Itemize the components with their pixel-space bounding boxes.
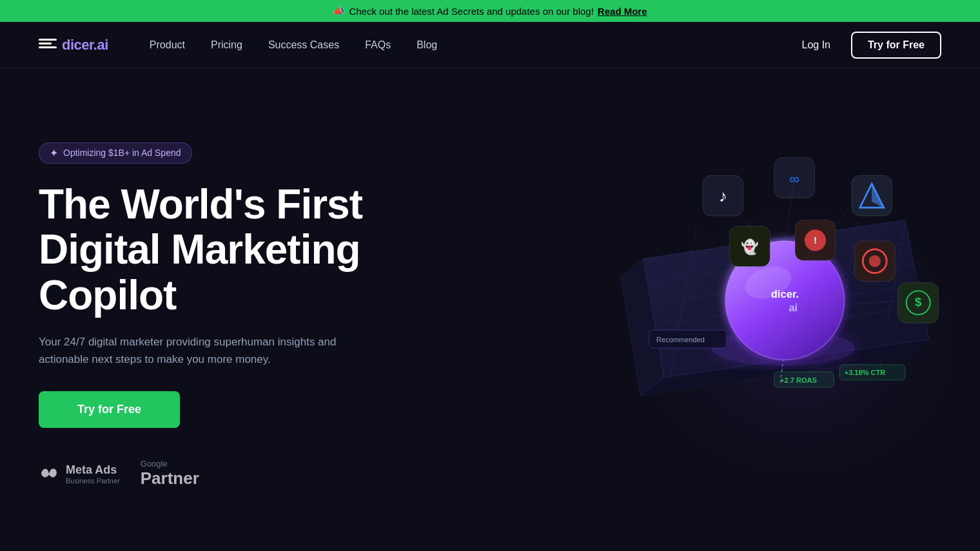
try-for-free-nav-button[interactable]: Try for Free	[851, 32, 941, 59]
hero-content: ✦ Optimizing $1B+ in Ad Spend The World'…	[39, 130, 413, 489]
svg-point-34	[863, 249, 887, 273]
svg-rect-23	[774, 157, 815, 198]
svg-marker-13	[640, 339, 929, 396]
svg-line-10	[831, 222, 858, 372]
svg-point-35	[869, 255, 881, 267]
svg-text:Recommended: Recommended	[656, 335, 705, 343]
svg-line-11	[880, 223, 905, 369]
svg-rect-30	[795, 220, 836, 260]
announcement-link[interactable]: Read More	[598, 6, 647, 17]
svg-line-7	[671, 223, 697, 374]
svg-text:👻: 👻	[741, 238, 759, 256]
svg-line-46	[785, 179, 794, 244]
nav-actions: Log In Try for Free	[791, 32, 941, 59]
svg-marker-27	[872, 184, 883, 208]
meta-partner: Meta Ads Business Partner	[39, 463, 120, 485]
svg-rect-28	[730, 226, 770, 266]
svg-text:+3.18% CTR: +3.18% CTR	[845, 369, 886, 376]
svg-text:ai: ai	[789, 301, 798, 313]
nav-pricing[interactable]: Pricing	[201, 34, 253, 56]
svg-marker-12	[621, 258, 664, 395]
svg-point-37	[906, 291, 930, 314]
nav-links: Product Pricing Success Cases FAQs Blog	[139, 34, 792, 56]
svg-line-47	[804, 199, 858, 258]
badge-icon: ✦	[50, 147, 58, 159]
svg-line-49	[822, 300, 905, 306]
svg-point-16	[725, 240, 845, 360]
navbar: dicer.ai Product Pricing Success Cases F…	[0, 22, 980, 68]
hero-section: ✦ Optimizing $1B+ in Ad Spend The World'…	[0, 68, 980, 550]
svg-line-15	[780, 348, 785, 383]
badge-text: Optimizing $1B+ in Ad Spend	[63, 148, 181, 158]
svg-point-18	[741, 260, 796, 305]
svg-line-8	[724, 216, 750, 378]
meta-icon	[39, 463, 59, 484]
svg-line-6	[664, 305, 928, 345]
svg-line-48	[816, 264, 860, 288]
svg-rect-41	[774, 371, 834, 387]
svg-text:$: $	[915, 295, 921, 309]
svg-rect-21	[703, 175, 743, 216]
login-button[interactable]: Log In	[791, 34, 840, 56]
svg-rect-33	[854, 240, 895, 281]
svg-point-1	[620, 193, 977, 491]
svg-rect-36	[898, 282, 939, 323]
svg-marker-0	[643, 211, 929, 365]
svg-line-9	[778, 222, 804, 374]
svg-rect-25	[852, 175, 892, 216]
announcement-bar: 📣 Check out the latest Ad Secrets and up…	[0, 0, 980, 22]
svg-point-14	[712, 330, 855, 365]
svg-point-31	[805, 229, 826, 251]
hero-title: The World's First Digital Marketing Copi…	[39, 182, 413, 318]
svg-marker-26	[860, 184, 884, 208]
svg-line-3	[649, 242, 911, 282]
svg-text:∞: ∞	[789, 171, 799, 187]
partners: Meta Ads Business Partner Google Partner	[39, 459, 413, 488]
google-partner: Google Partner	[141, 459, 199, 488]
nav-success-cases[interactable]: Success Cases	[258, 34, 349, 56]
nav-product[interactable]: Product	[139, 34, 195, 56]
svg-line-5	[661, 284, 923, 324]
hero-subtitle: Your 24/7 digital marketer providing sup…	[39, 333, 348, 368]
hero-illustration-svg: dicer. ai ♪ ∞	[554, 116, 980, 503]
meta-partner-text: Meta Ads Business Partner	[66, 463, 120, 485]
logo-text: dicer.ai	[62, 37, 108, 53]
svg-rect-43	[839, 364, 905, 380]
hero-badge: ✦ Optimizing $1B+ in Ad Spend	[39, 142, 192, 164]
svg-line-45	[730, 202, 774, 258]
svg-line-4	[655, 263, 917, 303]
svg-rect-39	[649, 330, 727, 348]
svg-marker-2	[643, 220, 929, 378]
hero-visual: dicer. ai ♪ ∞	[554, 116, 980, 503]
nav-blog[interactable]: Blog	[406, 34, 447, 56]
try-for-free-hero-button[interactable]: Try for Free	[39, 391, 180, 428]
svg-text:♪: ♪	[719, 186, 727, 204]
logo-icon	[39, 39, 57, 52]
nav-faqs[interactable]: FAQs	[355, 34, 401, 56]
svg-point-17	[725, 240, 845, 360]
svg-text:dicer.: dicer.	[771, 287, 799, 300]
svg-text:!: !	[814, 235, 817, 246]
logo[interactable]: dicer.ai	[39, 37, 108, 53]
announcement-emoji: 📣	[333, 5, 345, 17]
announcement-text: Check out the latest Ad Secrets and upda…	[349, 6, 593, 17]
platform-container: dicer. ai ♪ ∞	[554, 116, 980, 503]
svg-text:+2.7 ROAS: +2.7 ROAS	[780, 376, 817, 383]
